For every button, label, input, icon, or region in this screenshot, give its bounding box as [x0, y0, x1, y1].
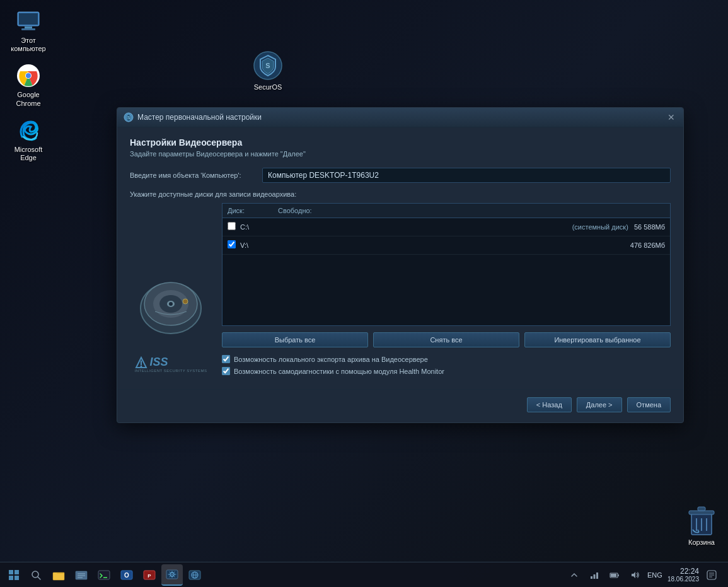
disk-v-size: 476 826Мб	[278, 241, 665, 249]
systray-volume[interactable]	[626, 566, 644, 584]
hdd-icon	[136, 274, 205, 343]
local-export-checkbox[interactable]	[222, 355, 230, 363]
disk-v-free: 476 826Мб	[630, 241, 665, 249]
svg-rect-56	[618, 574, 619, 576]
desktop-icon-edge[interactable]: Microsoft Edge	[6, 115, 50, 165]
notification-center-button[interactable]	[703, 566, 720, 584]
taskbar-pinned-apps: O P	[48, 564, 205, 586]
recycle-bin-label: Корзина	[688, 538, 715, 546]
desktop-icons-column: Этот компьютер Google Chrome	[6, 6, 50, 165]
computer-name-input[interactable]	[262, 168, 671, 183]
invert-button[interactable]: Инвертировать выбранное	[524, 332, 671, 347]
chrome-label-1: Google	[17, 91, 39, 99]
svg-point-27	[140, 365, 142, 367]
chrome-icon	[16, 63, 41, 88]
edge-label-2: Edge	[20, 154, 37, 162]
edge-label-1: Microsoft	[14, 146, 43, 154]
disk-v-name: V:\	[240, 241, 278, 249]
start-button[interactable]	[3, 564, 25, 586]
systray-network[interactable]	[586, 566, 603, 584]
desktop-icon-recycle[interactable]: Корзина	[688, 506, 715, 546]
red-app-icon: P	[143, 569, 156, 581]
select-all-button[interactable]: Выбрать все	[222, 332, 368, 347]
dialog-close-button[interactable]: ✕	[666, 112, 677, 123]
desktop-icon-securos[interactable]: S SecurOS	[246, 50, 290, 91]
hdd-icon-container	[136, 274, 205, 343]
securos-icon: S	[253, 50, 283, 81]
computer-name-row: Введите имя объекта 'Компьютер':	[130, 168, 671, 183]
taskbar-globe-app[interactable]	[184, 564, 205, 586]
cancel-button[interactable]: Отмена	[627, 397, 671, 412]
dialog-titlebar: S Мастер первоначальной настройки ✕	[117, 108, 683, 127]
taskbar-explorer[interactable]	[48, 564, 69, 586]
taskbar-date: 18.06.2023	[667, 576, 699, 583]
lang-label: ENG	[647, 571, 662, 579]
svg-rect-12	[698, 507, 705, 511]
disk-row-v: V:\ 476 826Мб	[222, 236, 670, 255]
computer-icon	[16, 9, 41, 34]
right-panel: Диск: Свободно: C:\ (систе	[222, 203, 671, 379]
desktop-icon-chrome[interactable]: Google Chrome	[6, 61, 50, 110]
systray-chevron[interactable]	[565, 566, 583, 584]
svg-rect-1	[19, 13, 38, 25]
section-subtitle: Задайте параметры Видеосервера и нажмите…	[130, 150, 671, 158]
taskbar-gear-app[interactable]	[161, 564, 183, 586]
taskbar-file-manager[interactable]	[71, 564, 92, 586]
local-export-row: Возможность локального экспорта архива н…	[222, 355, 671, 363]
disk-section-label: Укажите доступные диски для записи видео…	[130, 190, 671, 198]
terminal-icon	[98, 569, 110, 581]
chevron-up-icon	[570, 571, 578, 579]
taskbar-system-tray: ENG 22:24 18.06.2023	[565, 566, 725, 584]
edge-icon	[16, 118, 41, 143]
recycle-bin-icon	[688, 506, 715, 536]
svg-line-33	[38, 577, 40, 579]
setup-wizard-dialog: S Мастер первоначальной настройки ✕ Наст…	[117, 107, 684, 423]
health-monitor-checkbox[interactable]	[222, 367, 230, 375]
taskbar-red-app[interactable]: P	[139, 564, 160, 586]
gear-app-icon	[166, 569, 178, 580]
taskbar-search-button[interactable]	[26, 566, 45, 584]
health-monitor-row: Возможность самодиагностики с помощью мо…	[222, 367, 671, 375]
computer-icon-label-line1: Этот	[21, 37, 36, 45]
battery-icon	[610, 571, 620, 579]
deselect-all-button[interactable]: Снять все	[373, 332, 519, 347]
dialog-footer: < Назад Далее > Отмена	[117, 389, 683, 422]
svg-text:S: S	[265, 62, 270, 69]
desktop: Этот компьютер Google Chrome	[0, 0, 728, 587]
col-disk-header: Диск:	[228, 207, 278, 214]
systray-battery[interactable]	[606, 566, 623, 584]
disk-c-system-label: (системный диск)	[572, 223, 628, 231]
svg-point-24	[183, 299, 188, 304]
iss-logo-text: ISS	[150, 356, 168, 369]
taskbar-outlook[interactable]: O	[116, 564, 137, 586]
svg-rect-29	[14, 570, 19, 574]
outlook-icon: O	[120, 569, 133, 581]
taskbar-clock[interactable]: 22:24 18.06.2023	[667, 567, 699, 583]
systray-lang[interactable]: ENG	[646, 566, 664, 584]
iss-logo-icon	[135, 356, 147, 369]
volume-icon	[630, 571, 640, 579]
systray-icons: ENG	[565, 566, 664, 584]
dialog-title-area: S Мастер первоначальной настройки	[124, 112, 262, 122]
back-button[interactable]: < Назад	[527, 397, 572, 412]
svg-text:O: O	[124, 572, 129, 579]
dialog-title-text: Мастер первоначальной настройки	[137, 113, 262, 122]
desktop-icon-computer[interactable]: Этот компьютер	[6, 6, 50, 55]
next-button[interactable]: Далее >	[577, 397, 622, 412]
dialog-title-icon: S	[124, 112, 134, 122]
disk-v-checkbox[interactable]	[228, 240, 236, 248]
disk-table-wrapper: Диск: Свободно: C:\ (систе	[222, 203, 671, 326]
svg-rect-11	[689, 511, 714, 514]
dialog-body: Настройки Видеосервера Задайте параметры…	[117, 127, 683, 389]
iss-logo: ISS INTELLIGENT SECURITY SYSTEMS	[135, 356, 207, 373]
disk-c-checkbox[interactable]	[228, 222, 236, 230]
explorer-icon	[52, 569, 65, 581]
taskbar-terminal[interactable]	[93, 564, 115, 586]
disk-row-c: C:\ (системный диск) 56 588Мб	[222, 218, 670, 236]
col-free-header: Свободно:	[278, 207, 665, 214]
computer-icon-label-line2: компьютер	[11, 45, 45, 53]
left-panel: ISS INTELLIGENT SECURITY SYSTEMS	[130, 203, 212, 379]
disk-table-header: Диск: Свободно:	[222, 204, 670, 218]
disk-action-buttons: Выбрать все Снять все Инвертировать выбр…	[222, 332, 671, 347]
svg-rect-31	[14, 576, 19, 580]
